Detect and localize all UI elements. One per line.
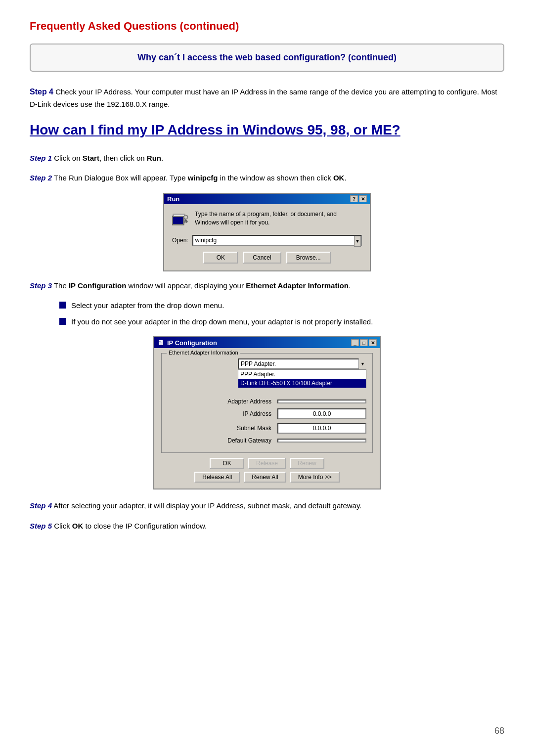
bullet-block: Select your adapter from the drop down m… <box>59 300 504 327</box>
ipcfg-titlebar: 🖥 IP Configuration _ □ ✕ <box>154 337 380 348</box>
step4-intro-label: Step 4 <box>30 88 53 96</box>
ipcfg-adapter-address-row: Adapter Address <box>168 398 366 405</box>
step3-text1: The <box>54 281 69 290</box>
run-dialog-dropdown-arrow[interactable]: ▼ <box>354 236 361 247</box>
ipcfg-release-btn[interactable]: Release <box>248 458 286 469</box>
svg-rect-3 <box>173 217 183 224</box>
run-dialog-titlebar: Run ? ✕ <box>164 194 370 204</box>
step4-after-block: Step 4 After selecting your adapter, it … <box>30 500 504 512</box>
run-dialog-description: Type the name of a program, folder, or d… <box>195 210 337 227</box>
ipcfg-dropdown-item-0[interactable]: PPP Adapter. <box>238 370 366 379</box>
ipcfg-ip-value: 0.0.0.0 <box>277 408 366 419</box>
step5-after-label: Step 5 <box>30 522 52 530</box>
ipcfg-groupbox: Ethernet Adapter Information PPP Adapter… <box>161 353 373 453</box>
run-dialog-cancel-btn[interactable]: Cancel <box>243 252 281 264</box>
run-dialog-help-btn[interactable]: ? <box>350 195 358 202</box>
ipcfg-adapter-row: PPP Adapter. ▼ PPP Adapter. D-Link DFE-5… <box>168 358 366 369</box>
step1-bold1: Start <box>83 154 99 162</box>
step2-block: Step 2 The Run Dialogue Box will appear.… <box>30 173 504 184</box>
bullet-text-2: If you do not see your adapter in the dr… <box>71 316 373 328</box>
bullet-text-1: Select your adapter from the drop down m… <box>71 300 224 311</box>
ipcfg-title: IP Configuration <box>167 339 217 347</box>
ipcfg-maximize-btn[interactable]: □ <box>360 339 368 346</box>
run-dialog-desc: Type the name of a program, folder, or d… <box>172 210 362 228</box>
page-number: 68 <box>494 726 504 736</box>
ipcfg-gateway-row: Default Gateway <box>168 437 366 444</box>
ipcfg-release-all-btn[interactable]: Release All <box>194 472 240 483</box>
step5-after-bold: OK <box>72 522 84 530</box>
ipcfg-subnet-label: Subnet Mask <box>168 425 277 432</box>
step5-after-text2: to close the IP Configuration window. <box>83 522 207 530</box>
run-dialog-close-btn[interactable]: ✕ <box>359 195 367 202</box>
ipcfg-adapter-address-label: Adapter Address <box>168 398 277 405</box>
ipcfg-btn-row1: OK Release Renew <box>161 458 373 469</box>
ipcfg-body: Ethernet Adapter Information PPP Adapter… <box>154 348 380 489</box>
section-box: Why can´t I access the web based configu… <box>30 44 504 72</box>
step5-after-block: Step 5 Click OK to close the IP Configur… <box>30 521 504 532</box>
step2-label: Step 2 <box>30 174 52 182</box>
step3-block: Step 3 The IP Configuration window will … <box>30 280 504 292</box>
step1-text3: . <box>161 154 163 162</box>
ipcfg-dropdown-wrapper: PPP Adapter. ▼ PPP Adapter. D-Link DFE-5… <box>238 358 366 369</box>
bullet-square-2 <box>59 318 66 325</box>
run-dialog-titlebar-btns: ? ✕ <box>350 195 367 202</box>
step2-bold1: winipcfg <box>188 174 218 182</box>
ipcfg-renew-all-btn[interactable]: Renew All <box>244 472 286 483</box>
ipcfg-dropdown-arrow[interactable]: ▼ <box>358 358 366 369</box>
ipcfg-gateway-label: Default Gateway <box>168 437 277 444</box>
section-box-title: Why can´t I access the web based configu… <box>43 52 491 63</box>
ipcfg-dialog: 🖥 IP Configuration _ □ ✕ Ethernet Adapte… <box>153 336 381 489</box>
bullet-item-2: If you do not see your adapter in the dr… <box>59 316 504 328</box>
page-title: Frequently Asked Questions (continued) <box>30 20 504 33</box>
step2-text1: The Run Dialogue Box will appear. Type <box>54 174 188 182</box>
subsection-heading: How can I find my IP Address in Windows … <box>30 121 504 139</box>
step2-text3: . <box>344 174 346 182</box>
ipcfg-ip-label: IP Address <box>168 410 277 417</box>
ipcfg-groupbox-title: Ethernet Adapter Information <box>167 350 240 356</box>
step3-bold1: IP Configuration <box>69 281 126 290</box>
run-dialog-icon <box>172 210 190 228</box>
ipcfg-close-btn[interactable]: ✕ <box>369 339 377 346</box>
ipcfg-btn-row2: Release All Renew All More Info >> <box>161 472 373 483</box>
ipcfg-dropdown-list: PPP Adapter. D-Link DFE-550TX 10/100 Ada… <box>238 369 366 388</box>
bullet-item-1: Select your adapter from the drop down m… <box>59 300 504 311</box>
svg-point-4 <box>184 215 188 219</box>
ipcfg-dropdown-item-1[interactable]: D-Link DFE-550TX 10/100 Adapter <box>238 379 366 388</box>
ipcfg-renew-btn[interactable]: Renew <box>290 458 324 469</box>
ipcfg-ok-btn[interactable]: OK <box>210 458 244 469</box>
run-dialog: Run ? ✕ <box>163 193 371 271</box>
step2-text2: in the window as shown then click <box>218 174 333 182</box>
ipcfg-adapter-dropdown[interactable]: PPP Adapter. ▼ <box>238 358 366 369</box>
step1-block: Step 1 Click on Start, then click on Run… <box>30 153 504 164</box>
step1-label: Step 1 <box>30 154 52 162</box>
step3-bold2: Ethernet Adapter Information <box>246 281 349 290</box>
ipcfg-titlebar-btns: _ □ ✕ <box>351 339 377 346</box>
step2-bold2: OK <box>333 174 345 182</box>
run-dialog-title: Run <box>167 195 179 203</box>
run-dialog-open-label: Open: <box>172 237 188 244</box>
ipcfg-ip-row: IP Address 0.0.0.0 <box>168 408 366 419</box>
step4-intro-block: Step 4 Check your IP Address. Your compu… <box>30 86 504 110</box>
ipcfg-more-info-btn[interactable]: More Info >> <box>290 472 340 483</box>
step3-text2: window will appear, displaying your <box>126 281 246 290</box>
step4-after-label: Step 4 <box>30 501 52 510</box>
step4-intro-text: Check your IP Address. Your computer mus… <box>30 88 497 108</box>
step1-bold2: Run <box>147 154 161 162</box>
ipcfg-subnet-row: Subnet Mask 0.0.0.0 <box>168 423 366 434</box>
ipcfg-dropdown-selected: PPP Adapter. <box>241 360 276 367</box>
step4-after-text: After selecting your adapter, it will di… <box>52 501 361 510</box>
step1-text2: , then click on <box>99 154 147 162</box>
run-dialog-body: Type the name of a program, folder, or d… <box>164 204 370 270</box>
bullet-square-1 <box>59 302 66 309</box>
ipcfg-minimize-btn[interactable]: _ <box>351 339 359 346</box>
ipcfg-gateway-value <box>277 439 366 443</box>
run-dialog-browse-btn[interactable]: Browse... <box>286 252 331 264</box>
run-dialog-open-input[interactable]: winipcfg <box>193 236 354 245</box>
run-dialog-ok-btn[interactable]: OK <box>203 252 238 264</box>
step3-label: Step 3 <box>30 281 52 290</box>
run-dialog-buttons: OK Cancel Browse... <box>172 252 362 264</box>
step5-after-text1: Click <box>52 522 72 530</box>
step1-text1: Click on <box>54 154 83 162</box>
step3-text3: . <box>349 281 351 290</box>
run-dialog-open-row: Open: winipcfg ▼ <box>172 235 362 246</box>
